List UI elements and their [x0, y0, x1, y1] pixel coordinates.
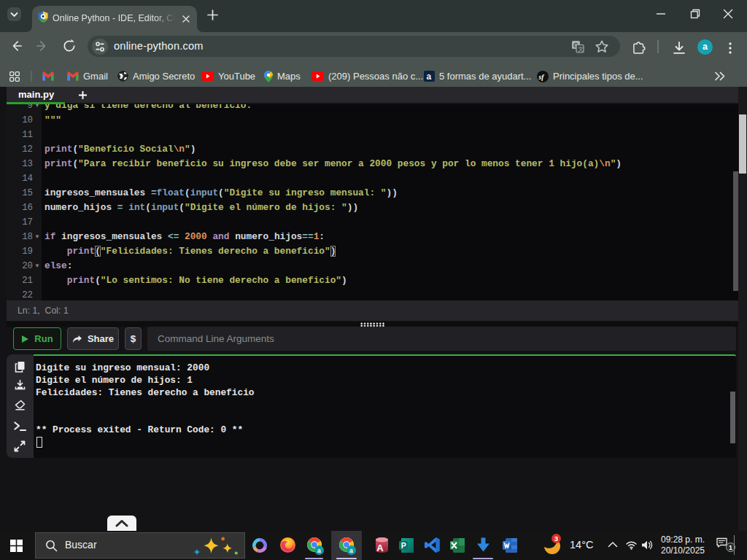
- svg-text:a: a: [426, 71, 431, 82]
- svg-text:a: a: [317, 547, 321, 554]
- svg-text:sf: sf: [538, 73, 545, 80]
- svg-text:a: a: [349, 547, 353, 554]
- svg-text:文: 文: [578, 46, 584, 52]
- svg-text:P: P: [401, 541, 406, 550]
- svg-text:A: A: [376, 542, 384, 553]
